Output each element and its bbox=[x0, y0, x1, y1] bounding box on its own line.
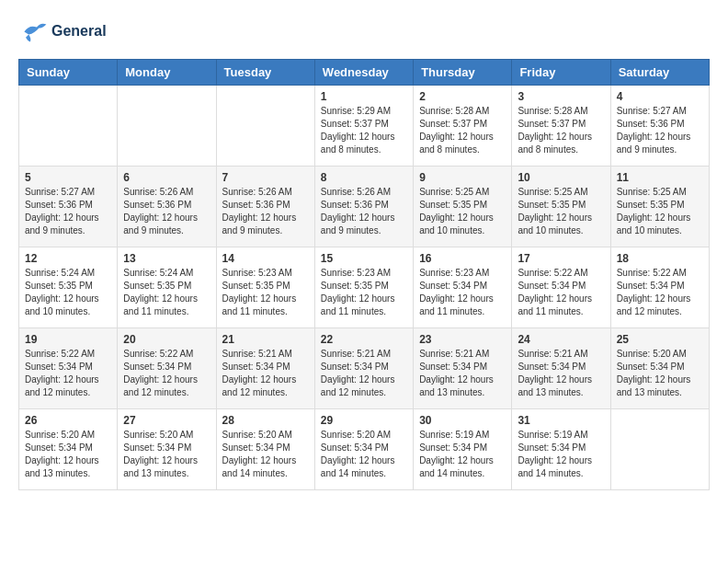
day-number: 1 bbox=[321, 90, 407, 103]
day-info: Sunrise: 5:19 AM Sunset: 5:34 PM Dayligh… bbox=[419, 429, 506, 480]
day-number: 3 bbox=[518, 90, 604, 103]
day-info: Sunrise: 5:21 AM Sunset: 5:34 PM Dayligh… bbox=[321, 348, 407, 399]
weekday-header-tuesday: Tuesday bbox=[216, 60, 314, 86]
calendar-table: SundayMondayTuesdayWednesdayThursdayFrid… bbox=[18, 59, 710, 490]
day-info: Sunrise: 5:25 AM Sunset: 5:35 PM Dayligh… bbox=[419, 186, 506, 237]
calendar-day-24: 24Sunrise: 5:21 AM Sunset: 5:34 PM Dayli… bbox=[512, 328, 610, 409]
day-info: Sunrise: 5:27 AM Sunset: 5:36 PM Dayligh… bbox=[25, 186, 111, 237]
day-number: 28 bbox=[222, 414, 309, 427]
day-number: 17 bbox=[518, 252, 604, 265]
calendar-day-26: 26Sunrise: 5:20 AM Sunset: 5:34 PM Dayli… bbox=[19, 409, 118, 490]
calendar-week-row: 19Sunrise: 5:22 AM Sunset: 5:34 PM Dayli… bbox=[19, 328, 710, 409]
day-number: 8 bbox=[321, 171, 407, 184]
day-number: 30 bbox=[419, 414, 506, 427]
calendar-day-7: 7Sunrise: 5:26 AM Sunset: 5:36 PM Daylig… bbox=[216, 167, 314, 247]
day-number: 14 bbox=[222, 252, 309, 265]
calendar-day-21: 21Sunrise: 5:21 AM Sunset: 5:34 PM Dayli… bbox=[216, 328, 314, 409]
calendar-day-3: 3Sunrise: 5:28 AM Sunset: 5:37 PM Daylig… bbox=[512, 86, 610, 167]
day-info: Sunrise: 5:22 AM Sunset: 5:34 PM Dayligh… bbox=[518, 267, 604, 318]
day-info: Sunrise: 5:25 AM Sunset: 5:35 PM Dayligh… bbox=[617, 186, 703, 237]
calendar-day-19: 19Sunrise: 5:22 AM Sunset: 5:34 PM Dayli… bbox=[19, 328, 118, 409]
calendar-day-12: 12Sunrise: 5:24 AM Sunset: 5:35 PM Dayli… bbox=[19, 247, 118, 328]
weekday-header-monday: Monday bbox=[118, 60, 216, 86]
day-info: Sunrise: 5:24 AM Sunset: 5:35 PM Dayligh… bbox=[123, 267, 210, 318]
page-header: General bbox=[18, 18, 710, 44]
weekday-header-wednesday: Wednesday bbox=[314, 60, 413, 86]
day-info: Sunrise: 5:27 AM Sunset: 5:36 PM Dayligh… bbox=[617, 105, 703, 156]
calendar-day-14: 14Sunrise: 5:23 AM Sunset: 5:35 PM Dayli… bbox=[216, 247, 314, 328]
day-number: 16 bbox=[419, 252, 506, 265]
weekday-header-saturday: Saturday bbox=[610, 60, 709, 86]
day-number: 5 bbox=[25, 171, 111, 184]
calendar-empty-cell bbox=[610, 409, 709, 490]
calendar-day-16: 16Sunrise: 5:23 AM Sunset: 5:34 PM Dayli… bbox=[414, 247, 512, 328]
calendar-day-4: 4Sunrise: 5:27 AM Sunset: 5:36 PM Daylig… bbox=[610, 86, 709, 167]
day-number: 18 bbox=[617, 252, 703, 265]
calendar-empty-cell bbox=[216, 86, 314, 167]
calendar-day-5: 5Sunrise: 5:27 AM Sunset: 5:36 PM Daylig… bbox=[19, 167, 118, 247]
calendar-week-row: 1Sunrise: 5:29 AM Sunset: 5:37 PM Daylig… bbox=[19, 86, 710, 167]
calendar-day-30: 30Sunrise: 5:19 AM Sunset: 5:34 PM Dayli… bbox=[414, 409, 512, 490]
day-info: Sunrise: 5:23 AM Sunset: 5:35 PM Dayligh… bbox=[222, 267, 309, 318]
day-number: 25 bbox=[617, 333, 703, 346]
calendar-day-10: 10Sunrise: 5:25 AM Sunset: 5:35 PM Dayli… bbox=[512, 167, 610, 247]
calendar-day-31: 31Sunrise: 5:19 AM Sunset: 5:34 PM Dayli… bbox=[512, 409, 610, 490]
calendar-empty-cell bbox=[118, 86, 216, 167]
day-info: Sunrise: 5:22 AM Sunset: 5:34 PM Dayligh… bbox=[123, 348, 210, 399]
calendar-day-13: 13Sunrise: 5:24 AM Sunset: 5:35 PM Dayli… bbox=[118, 247, 216, 328]
day-info: Sunrise: 5:21 AM Sunset: 5:34 PM Dayligh… bbox=[518, 348, 604, 399]
day-info: Sunrise: 5:26 AM Sunset: 5:36 PM Dayligh… bbox=[321, 186, 407, 237]
day-number: 24 bbox=[518, 333, 604, 346]
logo: General bbox=[18, 18, 107, 44]
calendar-day-6: 6Sunrise: 5:26 AM Sunset: 5:36 PM Daylig… bbox=[118, 167, 216, 247]
day-number: 15 bbox=[321, 252, 407, 265]
day-number: 22 bbox=[321, 333, 407, 346]
day-info: Sunrise: 5:20 AM Sunset: 5:34 PM Dayligh… bbox=[321, 429, 407, 480]
weekday-header-row: SundayMondayTuesdayWednesdayThursdayFrid… bbox=[19, 60, 710, 86]
calendar-week-row: 5Sunrise: 5:27 AM Sunset: 5:36 PM Daylig… bbox=[19, 167, 710, 247]
day-number: 29 bbox=[321, 414, 407, 427]
logo-icon bbox=[18, 18, 48, 44]
calendar-day-17: 17Sunrise: 5:22 AM Sunset: 5:34 PM Dayli… bbox=[512, 247, 610, 328]
day-info: Sunrise: 5:26 AM Sunset: 5:36 PM Dayligh… bbox=[222, 186, 309, 237]
day-number: 11 bbox=[617, 171, 703, 184]
day-number: 27 bbox=[123, 414, 210, 427]
day-info: Sunrise: 5:28 AM Sunset: 5:37 PM Dayligh… bbox=[419, 105, 506, 156]
day-number: 9 bbox=[419, 171, 506, 184]
day-info: Sunrise: 5:23 AM Sunset: 5:35 PM Dayligh… bbox=[321, 267, 407, 318]
calendar-week-row: 12Sunrise: 5:24 AM Sunset: 5:35 PM Dayli… bbox=[19, 247, 710, 328]
day-info: Sunrise: 5:21 AM Sunset: 5:34 PM Dayligh… bbox=[419, 348, 506, 399]
day-number: 26 bbox=[25, 414, 111, 427]
day-number: 20 bbox=[123, 333, 210, 346]
day-info: Sunrise: 5:21 AM Sunset: 5:34 PM Dayligh… bbox=[222, 348, 309, 399]
day-info: Sunrise: 5:20 AM Sunset: 5:34 PM Dayligh… bbox=[123, 429, 210, 480]
day-info: Sunrise: 5:25 AM Sunset: 5:35 PM Dayligh… bbox=[518, 186, 604, 237]
day-number: 31 bbox=[518, 414, 604, 427]
day-number: 13 bbox=[123, 252, 210, 265]
calendar-day-18: 18Sunrise: 5:22 AM Sunset: 5:34 PM Dayli… bbox=[610, 247, 709, 328]
calendar-day-29: 29Sunrise: 5:20 AM Sunset: 5:34 PM Dayli… bbox=[314, 409, 413, 490]
calendar-day-22: 22Sunrise: 5:21 AM Sunset: 5:34 PM Dayli… bbox=[314, 328, 413, 409]
weekday-header-friday: Friday bbox=[512, 60, 610, 86]
day-info: Sunrise: 5:20 AM Sunset: 5:34 PM Dayligh… bbox=[25, 429, 111, 480]
day-info: Sunrise: 5:24 AM Sunset: 5:35 PM Dayligh… bbox=[25, 267, 111, 318]
day-info: Sunrise: 5:22 AM Sunset: 5:34 PM Dayligh… bbox=[617, 267, 703, 318]
day-number: 7 bbox=[222, 171, 309, 184]
calendar-day-15: 15Sunrise: 5:23 AM Sunset: 5:35 PM Dayli… bbox=[314, 247, 413, 328]
day-number: 23 bbox=[419, 333, 506, 346]
day-info: Sunrise: 5:23 AM Sunset: 5:34 PM Dayligh… bbox=[419, 267, 506, 318]
calendar-body: 1Sunrise: 5:29 AM Sunset: 5:37 PM Daylig… bbox=[19, 86, 710, 490]
calendar-day-28: 28Sunrise: 5:20 AM Sunset: 5:34 PM Dayli… bbox=[216, 409, 314, 490]
day-info: Sunrise: 5:22 AM Sunset: 5:34 PM Dayligh… bbox=[25, 348, 111, 399]
calendar-day-11: 11Sunrise: 5:25 AM Sunset: 5:35 PM Dayli… bbox=[610, 167, 709, 247]
calendar-header: SundayMondayTuesdayWednesdayThursdayFrid… bbox=[19, 60, 710, 86]
day-info: Sunrise: 5:20 AM Sunset: 5:34 PM Dayligh… bbox=[222, 429, 309, 480]
calendar-day-8: 8Sunrise: 5:26 AM Sunset: 5:36 PM Daylig… bbox=[314, 167, 413, 247]
calendar-week-row: 26Sunrise: 5:20 AM Sunset: 5:34 PM Dayli… bbox=[19, 409, 710, 490]
day-number: 19 bbox=[25, 333, 111, 346]
logo-text: General bbox=[51, 22, 107, 40]
calendar-day-20: 20Sunrise: 5:22 AM Sunset: 5:34 PM Dayli… bbox=[118, 328, 216, 409]
day-number: 6 bbox=[123, 171, 210, 184]
calendar-day-27: 27Sunrise: 5:20 AM Sunset: 5:34 PM Dayli… bbox=[118, 409, 216, 490]
calendar-day-1: 1Sunrise: 5:29 AM Sunset: 5:37 PM Daylig… bbox=[314, 86, 413, 167]
